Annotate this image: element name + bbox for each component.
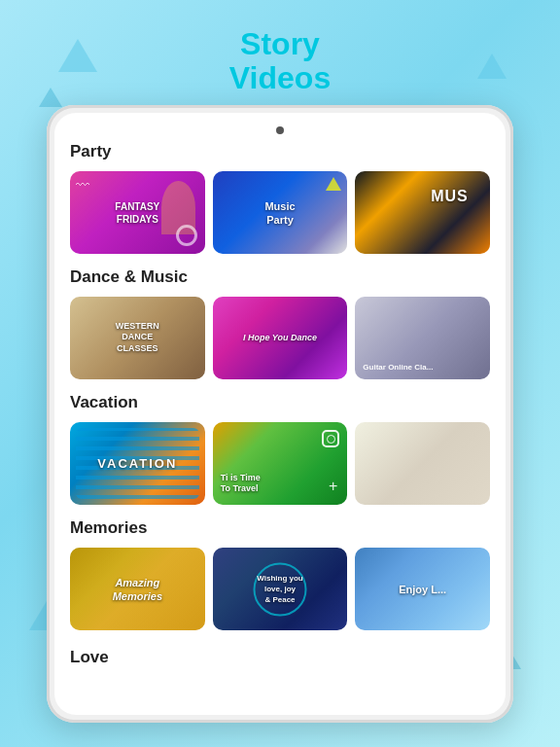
card-wishing[interactable]: Wishing youlove, joy& Peace — [213, 548, 348, 630]
card-western-dance[interactable]: WESTERNDANCECLASSES — [70, 297, 205, 379]
section-party: Party 〰 FANTASYFRIDAYS MusicParty — [70, 142, 490, 254]
section-title-dance: Dance & Music — [70, 267, 490, 287]
card-label: WESTERNDANCECLASSES — [116, 321, 159, 355]
section-title-vacation: Vacation — [70, 393, 490, 412]
cards-row-vacation: VACATION + Ti is TimeTo Travel — [70, 422, 490, 505]
card-vacation[interactable]: VACATION — [70, 422, 205, 505]
camera-notch — [276, 126, 284, 134]
section-vacation: Vacation VACATION + Ti is TimeTo Travel — [70, 393, 490, 505]
card-vacation-light[interactable] — [355, 422, 490, 505]
card-label: MusicParty — [264, 198, 295, 227]
triangle-decoration — [326, 177, 341, 191]
bg-decoration-1 — [58, 39, 97, 72]
circle-decoration — [176, 225, 197, 246]
card-label: Wishing youlove, joy& Peace — [257, 573, 302, 606]
card-fantasy-fridays[interactable]: 〰 FANTASYFRIDAYS — [70, 171, 205, 254]
main-scroll-area[interactable]: Party 〰 FANTASYFRIDAYS MusicParty — [54, 113, 506, 715]
device-frame: Party 〰 FANTASYFRIDAYS MusicParty — [47, 105, 513, 723]
card-amazing-memories[interactable]: AmazingMemories — [70, 548, 205, 630]
card-label: I Hope You Dance — [243, 333, 317, 344]
wavy-decoration: 〰 — [76, 177, 89, 193]
bg-decoration-3 — [477, 53, 507, 79]
card-travel[interactable]: + Ti is TimeTo Travel — [213, 422, 348, 505]
card-enjoy[interactable]: Enjoy L... — [355, 548, 490, 630]
card-hope-dance[interactable]: I Hope You Dance — [213, 297, 348, 379]
card-label: Enjoy L... — [399, 582, 446, 595]
bg-decoration-2 — [39, 88, 62, 107]
cards-row-memories: AmazingMemories Wishing youlove, joy& Pe… — [70, 548, 490, 630]
section-title-memories: Memories — [70, 518, 490, 538]
card-mus[interactable]: MUS — [355, 171, 490, 254]
card-guitar[interactable]: Guitar Online Cla... — [355, 297, 490, 379]
card-label: Ti is TimeTo Travel — [221, 473, 261, 495]
card-label: FANTASYFRIDAYS — [115, 200, 159, 226]
section-love: Love — [70, 644, 490, 667]
card-music-party[interactable]: MusicParty — [213, 171, 348, 254]
card-label: AmazingMemories — [113, 575, 162, 603]
instagram-icon — [322, 430, 339, 447]
cards-row-dance: WESTERNDANCECLASSES I Hope You Dance Gui… — [70, 297, 490, 379]
plus-icon: + — [329, 478, 337, 495]
section-dance-music: Dance & Music WESTERNDANCECLASSES I Hope… — [70, 267, 490, 379]
cards-row-party: 〰 FANTASYFRIDAYS MusicParty MUS — [70, 171, 490, 254]
device-screen: Party 〰 FANTASYFRIDAYS MusicParty — [54, 113, 506, 715]
card-label: MUS — [431, 186, 469, 206]
section-title-love: Love — [70, 644, 490, 667]
section-memories: Memories AmazingMemories Wishing youlove… — [70, 518, 490, 630]
card-label: VACATION — [97, 455, 177, 472]
section-title-party: Party — [70, 142, 490, 161]
card-label: Guitar Online Cla... — [363, 363, 433, 372]
app-title: Story Videos — [229, 27, 331, 95]
